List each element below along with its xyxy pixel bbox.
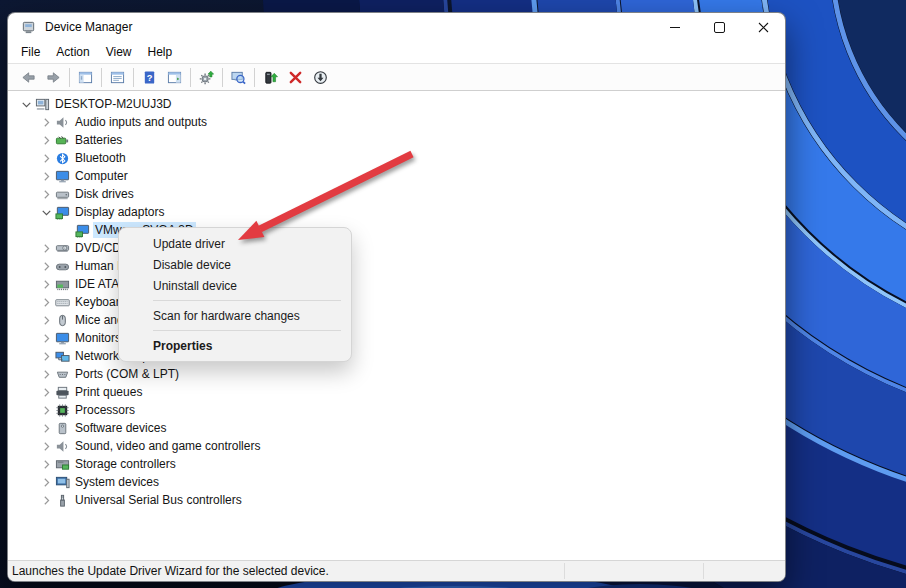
tree-row-ports-com-lpt[interactable]: Ports (COM & LPT) <box>8 365 785 383</box>
chevron-right-icon[interactable] <box>38 438 54 454</box>
chevron-right-icon[interactable] <box>38 384 54 400</box>
chevron-right-icon[interactable] <box>38 330 54 346</box>
console-tree-icon <box>78 70 93 85</box>
tree-item-label: Batteries <box>73 132 124 148</box>
tree-item-label: Print queues <box>73 384 144 400</box>
tree-item-label: Ports (COM & LPT) <box>73 366 181 382</box>
chevron-down-icon[interactable] <box>18 96 34 112</box>
chevron-right-icon[interactable] <box>38 186 54 202</box>
tree-row-bluetooth[interactable]: Bluetooth <box>8 149 785 167</box>
usb-icon <box>54 492 70 508</box>
tree-row-disk-drives[interactable]: Disk drives <box>8 185 785 203</box>
keyboard-icon <box>54 294 70 310</box>
help-button[interactable]: ? <box>137 66 162 89</box>
chevron-right-icon[interactable] <box>38 312 54 328</box>
chevron-right-icon[interactable] <box>38 456 54 472</box>
help-icon: ? <box>142 70 157 85</box>
context-menu-item-disable-device[interactable]: Disable device <box>119 254 351 275</box>
tree-row-display-adaptors[interactable]: Display adaptors <box>8 203 785 221</box>
tree-row-batteries[interactable]: Batteries <box>8 131 785 149</box>
chevron-right-icon[interactable] <box>38 492 54 508</box>
add-drivers-button[interactable] <box>194 66 219 89</box>
tree-row-processors[interactable]: Processors <box>8 401 785 419</box>
toolbar-separator <box>69 68 70 87</box>
menu-separator <box>153 330 341 331</box>
battery-icon <box>54 132 70 148</box>
maximize-button[interactable] <box>697 13 741 41</box>
ide-icon <box>54 276 70 292</box>
menu-separator <box>153 300 341 301</box>
mouse-icon <box>54 312 70 328</box>
chevron-spacer <box>58 222 74 238</box>
context-menu-item-uninstall-device[interactable]: Uninstall device <box>119 275 351 296</box>
chevron-right-icon[interactable] <box>38 474 54 490</box>
disable-icon <box>313 70 328 85</box>
properties-button[interactable] <box>105 66 130 89</box>
dvd-icon <box>54 240 70 256</box>
chevron-right-icon[interactable] <box>38 366 54 382</box>
tree-row-storage-controllers[interactable]: Storage controllers <box>8 455 785 473</box>
menu-bar: FileActionViewHelp <box>8 41 785 63</box>
scan-icon <box>231 70 246 85</box>
menu-action[interactable]: Action <box>48 43 97 61</box>
context-menu-item-properties[interactable]: Properties <box>119 335 351 356</box>
computer-icon <box>34 96 50 112</box>
tree-item-label: Storage controllers <box>73 456 178 472</box>
chevron-right-icon[interactable] <box>38 168 54 184</box>
minimize-button[interactable] <box>653 13 697 41</box>
status-bar-divider <box>564 563 565 579</box>
close-button[interactable] <box>741 13 785 41</box>
chevron-right-icon[interactable] <box>38 132 54 148</box>
chevron-right-icon[interactable] <box>38 276 54 292</box>
show-console-tree-button[interactable] <box>73 66 98 89</box>
display-adapter-icon <box>74 222 90 238</box>
tree-item-label: Sound, video and game controllers <box>73 438 262 454</box>
action-pane-button[interactable] <box>162 66 187 89</box>
tree-row-sound-video-and-game-controllers[interactable]: Sound, video and game controllers <box>8 437 785 455</box>
tree-item-label: Software devices <box>73 420 168 436</box>
title-bar[interactable]: Device Manager <box>8 13 785 41</box>
system-icon <box>54 474 70 490</box>
disable-device-button[interactable] <box>308 66 333 89</box>
chevron-down-icon[interactable] <box>38 204 54 220</box>
tree-row-universal-serial-bus-controllers[interactable]: Universal Serial Bus controllers <box>8 491 785 509</box>
menu-file[interactable]: File <box>13 43 48 61</box>
uninstall-device-button[interactable] <box>283 66 308 89</box>
tree-item-label: Bluetooth <box>73 150 128 166</box>
tree-item-label: DESKTOP-M2UUJ3D <box>53 96 173 112</box>
processor-icon <box>54 402 70 418</box>
update-driver-button[interactable] <box>258 66 283 89</box>
tree-row-software-devices[interactable]: Software devices <box>8 419 785 437</box>
forward-button[interactable] <box>41 66 66 89</box>
menu-view[interactable]: View <box>98 43 140 61</box>
tree-item-label: Disk drives <box>73 186 136 202</box>
tree-row-desktop-m2uuj3d[interactable]: DESKTOP-M2UUJ3D <box>8 95 785 113</box>
bluetooth-icon <box>54 150 70 166</box>
context-menu-item-update-driver[interactable]: Update driver <box>119 233 351 254</box>
chevron-right-icon[interactable] <box>38 348 54 364</box>
chevron-right-icon[interactable] <box>38 258 54 274</box>
back-button[interactable] <box>16 66 41 89</box>
toolbar-separator <box>222 68 223 87</box>
tree-item-label: Processors <box>73 402 137 418</box>
tree-row-print-queues[interactable]: Print queues <box>8 383 785 401</box>
chevron-right-icon[interactable] <box>38 150 54 166</box>
chevron-right-icon[interactable] <box>38 420 54 436</box>
scan-hardware-changes-button[interactable] <box>226 66 251 89</box>
context-menu-item-scan-for-hardware-changes[interactable]: Scan for hardware changes <box>119 305 351 326</box>
menu-help[interactable]: Help <box>140 43 181 61</box>
close-icon <box>758 22 769 33</box>
audio-icon <box>54 438 70 454</box>
chevron-right-icon[interactable] <box>38 402 54 418</box>
chevron-right-icon[interactable] <box>38 114 54 130</box>
minimize-icon <box>670 27 680 28</box>
tree-row-system-devices[interactable]: System devices <box>8 473 785 491</box>
chevron-right-icon[interactable] <box>38 240 54 256</box>
chevron-right-icon[interactable] <box>38 294 54 310</box>
tree-row-computer[interactable]: Computer <box>8 167 785 185</box>
tree-row-audio-inputs-and-outputs[interactable]: Audio inputs and outputs <box>8 113 785 131</box>
tree-item-label: Display adaptors <box>73 204 166 220</box>
audio-icon <box>54 114 70 130</box>
ports-icon <box>54 366 70 382</box>
status-bar: Launches the Update Driver Wizard for th… <box>8 560 785 581</box>
